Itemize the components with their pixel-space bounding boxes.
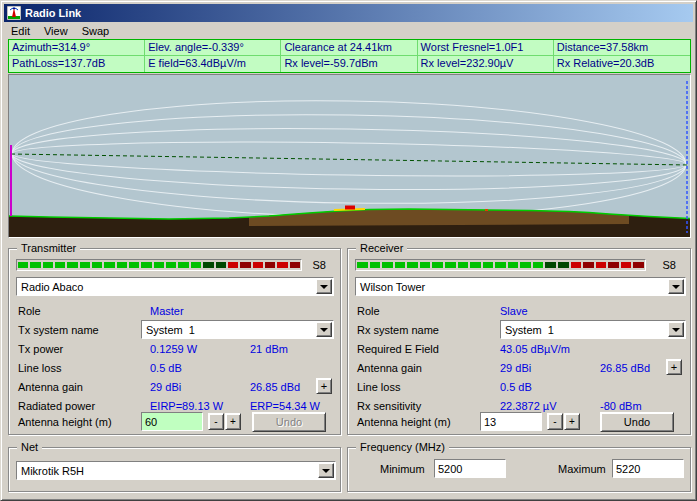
net-group: Net Mikrotik R5H bbox=[8, 447, 341, 492]
meter-segment-dark bbox=[216, 262, 226, 268]
info-worst-fresnel: Worst Fresnel=1.0F1 bbox=[418, 40, 554, 56]
rx-undo-button[interactable]: Undo bbox=[600, 412, 674, 432]
frequency-maximum-input[interactable] bbox=[612, 459, 684, 478]
meter-segment-green bbox=[30, 262, 40, 268]
rx-s-meter-label: S8 bbox=[663, 259, 676, 271]
rx-line-loss-value: 0.5 dB bbox=[500, 381, 532, 393]
tx-power-dbm: 21 dBm bbox=[250, 343, 288, 355]
meter-segment-red bbox=[277, 262, 287, 268]
meter-segment-red bbox=[571, 262, 582, 268]
tx-antenna-gain-plus-button[interactable]: + bbox=[316, 378, 332, 394]
meter-segment-red bbox=[608, 262, 619, 268]
title-bar[interactable]: Radio Link bbox=[4, 4, 693, 22]
info-rx-relative: Rx Relative=20.3dB bbox=[554, 56, 690, 72]
tx-eirp-value: EIRP=89.13 W bbox=[150, 400, 223, 412]
tx-height-increment-button[interactable]: + bbox=[225, 413, 241, 430]
terrain-profile-chart[interactable] bbox=[8, 74, 691, 238]
frequency-group-title: Frequency (MHz) bbox=[356, 441, 449, 454]
tx-s-meter-label: S8 bbox=[313, 259, 326, 271]
net-combo-value: Mikrotik R5H bbox=[17, 465, 318, 477]
info-elev-angle: Elev. angle=-0.339° bbox=[145, 40, 281, 56]
net-dropdown-arrow-icon[interactable] bbox=[318, 463, 334, 478]
meter-segment-green bbox=[43, 262, 53, 268]
tx-antenna-gain-label: Antenna gain bbox=[18, 381, 83, 393]
meter-segment-green bbox=[191, 262, 201, 268]
rx-unit-dropdown-arrow-icon[interactable] bbox=[668, 279, 684, 294]
meter-segment-green bbox=[104, 262, 114, 268]
rx-sensitivity-label: Rx sensitivity bbox=[357, 400, 421, 412]
rx-antenna-height-input[interactable] bbox=[480, 412, 542, 431]
info-e-field: E field=63.4dBµV/m bbox=[145, 56, 281, 72]
menu-view[interactable]: View bbox=[37, 23, 75, 39]
meter-segment-green bbox=[370, 262, 381, 268]
rx-antenna-gain-dbd: 26.85 dBd bbox=[600, 362, 650, 374]
info-clearance: Clearance at 24.41km bbox=[281, 40, 417, 56]
meter-segment-green bbox=[432, 262, 443, 268]
rx-line-loss-label: Line loss bbox=[357, 381, 400, 393]
frequency-minimum-label: Minimum bbox=[380, 463, 425, 475]
menu-swap[interactable]: Swap bbox=[75, 23, 117, 39]
tx-system-label: Tx system name bbox=[18, 324, 99, 336]
rx-antenna-gain-plus-button[interactable]: + bbox=[666, 359, 682, 375]
meter-segment-dark bbox=[545, 262, 556, 268]
meter-segment-green bbox=[395, 262, 406, 268]
tx-height-decrement-button[interactable]: - bbox=[208, 413, 224, 430]
tx-antenna-height-label: Antenna height (m) bbox=[18, 416, 112, 428]
meter-segment-green bbox=[117, 262, 127, 268]
menu-edit[interactable]: Edit bbox=[4, 23, 37, 39]
net-combo[interactable]: Mikrotik R5H bbox=[16, 461, 336, 480]
meter-segment-green bbox=[141, 262, 151, 268]
meter-segment-green bbox=[420, 262, 431, 268]
net-group-title: Net bbox=[17, 441, 42, 454]
receiver-group-title: Receiver bbox=[356, 242, 407, 255]
info-rx-level-uv: Rx level=232.90µV bbox=[418, 56, 554, 72]
info-distance: Distance=37.58km bbox=[554, 40, 690, 56]
tx-undo-button[interactable]: Undo bbox=[252, 412, 326, 432]
window-title: Radio Link bbox=[25, 7, 81, 19]
tx-unit-dropdown-arrow-icon[interactable] bbox=[316, 279, 332, 294]
meter-segment-red bbox=[240, 262, 250, 268]
frequency-minimum-input[interactable] bbox=[434, 459, 506, 478]
meter-segment-green bbox=[407, 262, 418, 268]
meter-segment-green bbox=[520, 262, 531, 268]
tx-system-dropdown-arrow-icon[interactable] bbox=[316, 322, 332, 337]
meter-segment-green bbox=[166, 262, 176, 268]
tx-system-combo[interactable]: System 1 bbox=[141, 320, 334, 339]
meter-segment-green bbox=[382, 262, 393, 268]
tx-role-value: Master bbox=[150, 305, 184, 317]
rx-height-decrement-button[interactable]: - bbox=[547, 413, 563, 430]
transmitter-group-title: Transmitter bbox=[17, 242, 80, 255]
meter-segment-green bbox=[92, 262, 102, 268]
rx-role-value: Slave bbox=[500, 305, 528, 317]
tx-power-label: Tx power bbox=[18, 343, 63, 355]
rx-system-combo[interactable]: System 1 bbox=[500, 320, 686, 339]
receiver-group: Receiver S8 Wilson Tower Role Slave Rx s… bbox=[347, 248, 691, 435]
meter-segment-dark bbox=[558, 262, 569, 268]
info-azimuth: Azimuth=314.9° bbox=[9, 40, 145, 56]
rx-role-label: Role bbox=[357, 305, 380, 317]
rx-system-dropdown-arrow-icon[interactable] bbox=[668, 322, 684, 337]
rx-antenna-gain-label: Antenna gain bbox=[357, 362, 422, 374]
tx-unit-combo[interactable]: Radio Abaco bbox=[16, 277, 334, 296]
meter-segment-red bbox=[228, 262, 238, 268]
rx-system-combo-value: System 1 bbox=[501, 324, 668, 336]
meter-segment-red bbox=[253, 262, 263, 268]
rx-unit-combo[interactable]: Wilson Tower bbox=[355, 277, 686, 296]
meter-segment-green bbox=[483, 262, 494, 268]
meter-segment-dark bbox=[203, 262, 213, 268]
tx-antenna-height-input[interactable] bbox=[141, 412, 203, 431]
meter-segment-red bbox=[583, 262, 594, 268]
meter-segment-red bbox=[633, 262, 644, 268]
rx-height-increment-button[interactable]: + bbox=[564, 413, 580, 430]
meter-segment-green bbox=[495, 262, 506, 268]
tx-system-combo-value: System 1 bbox=[142, 324, 316, 336]
meter-segment-green bbox=[470, 262, 481, 268]
tx-antenna-gain-dbi: 29 dBi bbox=[150, 381, 181, 393]
meter-segment-red bbox=[621, 262, 632, 268]
rx-system-label: Rx system name bbox=[357, 324, 439, 336]
meter-segment-red bbox=[290, 262, 300, 268]
meter-segment-green bbox=[357, 262, 368, 268]
meter-segment-green bbox=[67, 262, 77, 268]
tx-line-loss-label: Line loss bbox=[18, 362, 61, 374]
tx-line-loss-value: 0.5 dB bbox=[150, 362, 182, 374]
